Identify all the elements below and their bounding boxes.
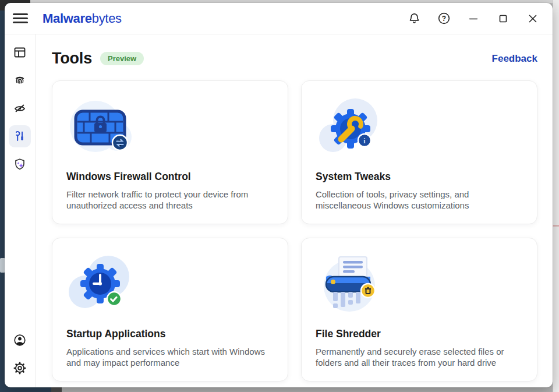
card-description: Filter network traffic to protect your d… xyxy=(66,189,274,211)
titlebar: Malwarebytes ? xyxy=(5,3,553,34)
close-button[interactable] xyxy=(526,12,540,26)
card-title: File Shredder xyxy=(316,328,523,340)
page-title: Tools xyxy=(52,50,92,68)
startup-applications-icon xyxy=(66,253,274,313)
fingerprint-icon xyxy=(13,73,27,87)
sidebar-item-trusted-advisor[interactable] xyxy=(9,153,31,175)
shield-sparkle-icon xyxy=(13,157,27,171)
malwarebytes-window: Malwarebytes ? xyxy=(5,3,553,387)
card-description: Permanently and securely erase selected … xyxy=(316,346,523,368)
dashboard-icon xyxy=(13,45,27,59)
hamburger-menu-icon[interactable] xyxy=(13,13,28,24)
tools-card-grid: Windows Firewall Control Filter network … xyxy=(52,80,537,382)
settings-gear-icon xyxy=(13,361,27,375)
tools-icon xyxy=(13,129,27,143)
preview-badge: Preview xyxy=(100,52,144,65)
logo-light-text: bytes xyxy=(92,11,122,26)
card-title: Windows Firewall Control xyxy=(66,171,274,183)
card-system-tweaks[interactable]: i System Tweaks Collection of tools, pri… xyxy=(301,80,537,224)
firewall-icon xyxy=(66,96,274,156)
sidebar-item-tools[interactable] xyxy=(9,125,31,147)
eye-off-icon xyxy=(13,101,27,115)
background-right-accent xyxy=(553,225,559,227)
file-shredder-icon xyxy=(316,253,523,313)
sidebar-item-identity[interactable] xyxy=(9,69,31,91)
card-title: Startup Applications xyxy=(66,328,274,340)
maximize-button[interactable] xyxy=(496,12,510,26)
sidebar-item-account[interactable] xyxy=(9,329,31,351)
svg-text:?: ? xyxy=(441,15,445,23)
minimize-button[interactable] xyxy=(466,12,480,26)
help-icon[interactable]: ? xyxy=(437,12,451,26)
card-title: System Tweaks xyxy=(316,171,523,183)
main-content: Tools Preview Feedback xyxy=(36,34,553,387)
account-icon xyxy=(13,333,27,347)
card-file-shredder[interactable]: File Shredder Permanently and securely e… xyxy=(301,238,537,382)
background-window-bottom-accent xyxy=(51,387,62,392)
card-description: Applications and services which start wi… xyxy=(66,346,274,368)
sidebar-item-settings[interactable] xyxy=(9,357,31,379)
logo-bold-text: Malware xyxy=(43,11,92,26)
malwarebytes-logo: Malwarebytes xyxy=(43,11,122,26)
sidebar-item-dashboard[interactable] xyxy=(9,41,31,63)
background-window-right-edge xyxy=(553,0,559,392)
page-header: Tools Preview Feedback xyxy=(52,50,537,68)
titlebar-actions: ? xyxy=(407,12,543,26)
sidebar-item-privacy[interactable] xyxy=(9,97,31,119)
system-tweaks-icon: i xyxy=(316,96,523,156)
notifications-bell-icon[interactable] xyxy=(407,12,421,26)
card-description: Collection of tools, privacy settings, a… xyxy=(316,189,523,211)
card-windows-firewall-control[interactable]: Windows Firewall Control Filter network … xyxy=(52,80,288,224)
sidebar xyxy=(5,34,36,387)
feedback-link[interactable]: Feedback xyxy=(492,53,537,65)
card-startup-applications[interactable]: Startup Applications Applications and se… xyxy=(52,238,288,382)
